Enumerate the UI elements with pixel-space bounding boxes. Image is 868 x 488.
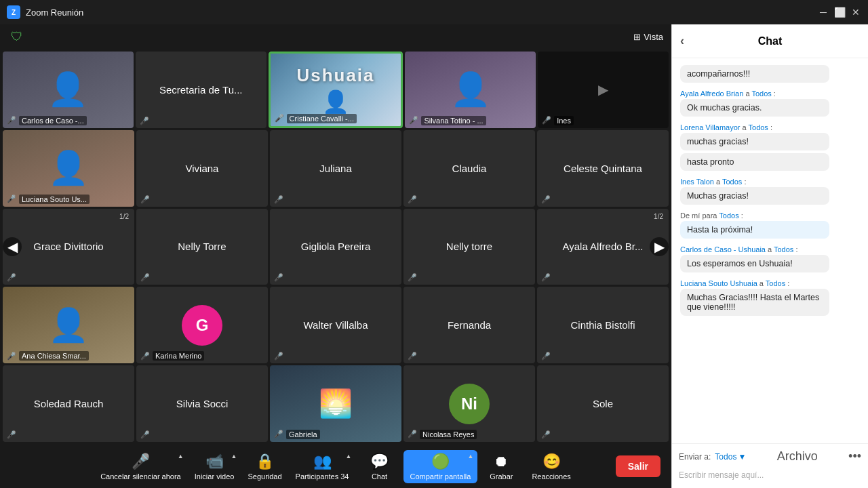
chat-bubble-3b: hasta pronto <box>680 153 829 171</box>
chat-message-1: acompañarnos!!! <box>680 65 860 83</box>
archivo-label: Archivo <box>777 449 818 463</box>
chat-sender-2: Ayala Alfredo Brian a Todos : <box>680 89 860 98</box>
participant-luciana: 👤 🎤 Luciana Souto Us... <box>3 130 134 207</box>
grace-name: Grace Divittorio <box>33 241 103 252</box>
view-button[interactable]: ⊞ Vista <box>633 32 663 42</box>
ines-name: Ines <box>554 116 574 125</box>
participant-fernanda: Fernanda 🎤 <box>403 287 535 363</box>
record-button[interactable]: ⏺ Grabar <box>477 450 525 483</box>
silvia-nameplate: 🎤 <box>140 430 150 439</box>
chat-panel: ‹ Chat acompañarnos!!! Ayala Alfredo Bri… <box>671 24 868 488</box>
chat-message-3: Lorena Villamayor a Todos : muchas graci… <box>680 123 860 171</box>
toolbar: 🎤 ▲ Cancelar silenciar ahora 📹 ▲ Iniciar… <box>0 445 671 488</box>
ayala-mute-icon: 🎤 <box>541 273 551 282</box>
gigliola-nameplate: 🎤 <box>274 273 283 282</box>
reactions-label: Reacciones <box>532 472 570 481</box>
gigliola-name: Gigliola Pereira <box>301 241 371 252</box>
silvana-mute-icon: 🎤 <box>409 116 418 125</box>
gabriela-nameplate: 🎤 Gabriela <box>274 430 320 439</box>
security-button[interactable]: 🔒 Seguridad <box>241 450 288 483</box>
participant-cristiane: Ushuaia 👤 🎤 Cristiane Cavalli -... <box>269 52 403 128</box>
todos-button[interactable]: Todos ▼ <box>715 452 746 462</box>
walter-name: Walter Villalba <box>303 319 368 331</box>
cancel-mute-label: Cancelar silenciar ahora <box>100 472 181 481</box>
viviana-name: Viviana <box>186 163 219 174</box>
cancel-mute-button[interactable]: 🎤 ▲ Cancelar silenciar ahora <box>94 450 188 483</box>
nicolasa-mute-icon: 🎤 <box>408 430 417 439</box>
minimize-button[interactable]: ─ <box>818 7 829 18</box>
send-to-label: Enviar a: <box>679 452 711 462</box>
prev-page-button[interactable]: ◀ <box>3 237 22 256</box>
mic-caret-icon: ▲ <box>178 453 184 460</box>
chat-message-4: Ines Talon a Todos : Muchas gracias! <box>680 178 860 205</box>
participant-soledad: Soledad Rauch 🎤 <box>3 365 134 442</box>
send-to-row: Enviar a: Todos ▼ Archivo ••• <box>679 449 861 464</box>
chat-message-6: Carlos de Caso - Ushuaia a Todos : Los e… <box>680 245 860 272</box>
sender-dest-6: Todos <box>774 245 793 253</box>
sender-dest-2: Todos <box>751 89 771 98</box>
chat-footer: Enviar a: Todos ▼ Archivo ••• <box>672 443 868 488</box>
chat-back-button[interactable]: ‹ <box>680 34 684 48</box>
gabriela-name: Gabriela <box>286 430 320 439</box>
leave-button[interactable]: Salir <box>616 455 660 477</box>
participant-sole: Sole 🎤 <box>537 365 669 442</box>
walter-nameplate: 🎤 <box>274 352 283 361</box>
message-input[interactable] <box>679 468 861 483</box>
carlos-name: Carlos de Caso -... <box>19 116 87 125</box>
chat-icon: 💬 <box>370 453 389 470</box>
carlos-nameplate: 🎤 Carlos de Caso -... <box>7 116 87 125</box>
more-options-button[interactable]: ••• <box>848 449 861 464</box>
sole-name: Sole <box>593 398 613 409</box>
attachment-button[interactable]: Archivo <box>777 449 818 464</box>
grid-row-5: Soledad Rauch 🎤 Silvia Socci 🎤 🌅 <box>3 365 669 442</box>
close-button[interactable]: ✕ <box>850 7 861 18</box>
juliana-mute-icon: 🎤 <box>274 195 283 204</box>
sender-dest-5: Todos <box>719 211 738 220</box>
participant-nicolasa: Ni 🎤 Nicolasa Reyes <box>403 365 535 442</box>
sender-name-6: Carlos de Caso - Ushuaia <box>680 245 766 253</box>
maximize-button[interactable]: ⬜ <box>834 7 845 18</box>
karina-name: Karina Merino <box>153 351 204 361</box>
participant-silvana: 👤 🎤 Silvana Totino - ... <box>405 52 536 128</box>
carlos-mute-icon: 🎤 <box>7 116 16 125</box>
participants-button[interactable]: 👥 ▲ Participantes 34 <box>289 450 356 483</box>
security-icon: 🔒 <box>256 453 274 470</box>
chat-sender-6: Carlos de Caso - Ushuaia a Todos : <box>680 245 860 253</box>
security-shield-icon: 🛡 <box>11 30 23 44</box>
participant-walter: Walter Villalba 🎤 <box>270 287 401 363</box>
celeste-nameplate: 🎤 <box>541 195 551 204</box>
sole-mute-icon: 🎤 <box>541 430 551 439</box>
gabriela-mute-icon: 🎤 <box>274 430 283 439</box>
share-button[interactable]: 🟢 ▲ Compartir pantalla <box>403 450 478 483</box>
ayala-nameplate: 🎤 <box>541 273 551 282</box>
chat-title: Chat <box>758 35 783 47</box>
video-button[interactable]: 📹 ▲ Iniciar video <box>188 450 241 483</box>
sender-name-3: Lorena Villamayor <box>680 123 740 131</box>
chat-message-5: De mí para Todos : Hasta la próxima! <box>680 211 860 239</box>
window-title: Zoom Reunión <box>26 7 818 18</box>
chat-message-7: Luciana Souto Ushuaia a Todos : Muchas G… <box>680 279 860 316</box>
reactions-button[interactable]: 😊 Reacciones <box>525 450 577 483</box>
chat-bubble-4: Muchas gracias! <box>680 187 829 205</box>
participant-ana: 👤 🎤 Ana Chiesa Smar... <box>3 287 134 363</box>
claudia-name: Claudia <box>452 163 487 174</box>
chat-bubble-7: Muchas Gracias!!!! Hasta el Martes que v… <box>680 289 829 316</box>
gigliola-mute-icon: 🎤 <box>274 273 283 282</box>
soledad-mute-icon: 🎤 <box>7 430 16 439</box>
ines-mute-icon: 🎤 <box>542 116 551 125</box>
chat-button[interactable]: 💬 Chat <box>356 450 403 483</box>
luciana-name: Luciana Souto Us... <box>19 195 90 204</box>
next-page-button[interactable]: ▶ <box>650 237 669 256</box>
luciana-mute-icon: 🎤 <box>7 195 16 203</box>
fernanda-nameplate: 🎤 <box>408 352 417 361</box>
silvia-name: Silvia Socci <box>176 398 229 409</box>
record-label: Grabar <box>490 472 513 481</box>
grid-row-3: ◀ Grace Divittorio 🎤 1/2 Nelly Torre 🎤 G… <box>3 209 669 285</box>
nicolasa-avatar: Ni <box>449 384 490 424</box>
chat-sender-5: De mí para Todos : <box>680 211 860 220</box>
celeste-name: Celeste Quintana <box>564 163 642 174</box>
video-area: 🛡 ⊞ Vista 👤 🎤 Carlos de Caso -... <box>0 24 671 488</box>
ana-name: Ana Chiesa Smar... <box>19 351 89 361</box>
sender-dest-7: Todos <box>766 279 785 287</box>
chat-sender-4: Ines Talon a Todos : <box>680 178 860 186</box>
